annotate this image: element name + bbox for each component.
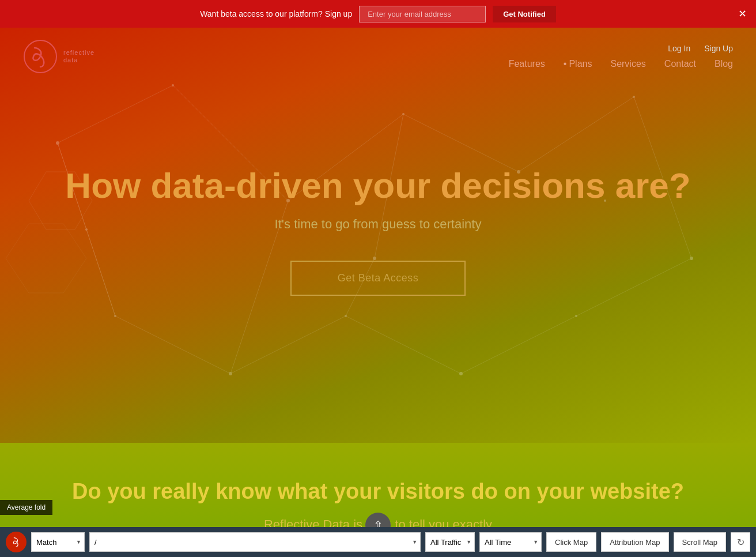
nav-contact[interactable]: Contact — [664, 59, 696, 69]
time-select-wrapper[interactable]: All Time Last 7 Days Last 30 Days Last 9… — [479, 532, 542, 552]
nav-features[interactable]: Features — [509, 59, 545, 69]
scroll-map-button[interactable]: Scroll Map — [674, 532, 726, 552]
nav-auth: Log In Sign Up — [668, 44, 733, 53]
hero-title: How data-driven your decisions are? — [0, 166, 756, 205]
toolbar-logo-icon — [10, 536, 22, 548]
traffic-select-wrapper[interactable]: All Traffic Organic Direct Referral Soci… — [425, 532, 475, 552]
match-select[interactable]: Match Exact Contains Starts with — [31, 532, 85, 552]
refresh-button[interactable]: ↻ — [731, 532, 750, 552]
match-select-wrapper[interactable]: Match Exact Contains Starts with — [31, 532, 85, 552]
logo[interactable]: reflective data — [23, 39, 94, 74]
logo-icon — [23, 39, 58, 74]
get-notified-button[interactable]: Get Notified — [493, 6, 556, 22]
attribution-map-button[interactable]: Attribution Map — [601, 532, 668, 552]
nav-services[interactable]: Services — [610, 59, 645, 69]
average-fold-badge: Average fold — [0, 500, 52, 515]
svg-line-24 — [346, 316, 461, 374]
nav-right: Log In Sign Up Features Plans Services C… — [509, 44, 733, 69]
refresh-icon: ↻ — [737, 537, 744, 548]
banner-email-input[interactable] — [359, 6, 486, 22]
banner-close-button[interactable]: ✕ — [738, 7, 747, 20]
nav-links: Features Plans Services Contact Blog — [509, 59, 733, 69]
nav-plans[interactable]: Plans — [564, 59, 592, 69]
banner-text: Want beta access to our platform? Sign u… — [200, 9, 352, 18]
traffic-select[interactable]: All Traffic Organic Direct Referral Soci… — [425, 532, 475, 552]
hero-content: How data-driven your decisions are? It's… — [0, 74, 756, 296]
top-banner: Want beta access to our platform? Sign u… — [0, 0, 756, 28]
login-link[interactable]: Log In — [668, 44, 690, 53]
svg-line-23 — [230, 316, 346, 374]
logo-text: reflective data — [63, 49, 94, 64]
bottom-toolbar: Match Exact Contains Starts with / All T… — [0, 527, 756, 557]
time-select[interactable]: All Time Last 7 Days Last 30 Days Last 9… — [479, 532, 542, 552]
svg-line-25 — [461, 316, 576, 374]
signup-link[interactable]: Sign Up — [704, 44, 733, 53]
hero-section: reflective data Log In Sign Up Features … — [0, 28, 756, 443]
hero-subtitle: It's time to go from guess to certainty — [0, 217, 756, 232]
hero-cta-button[interactable]: Get Beta Access — [290, 261, 466, 296]
navigation: reflective data Log In Sign Up Features … — [0, 28, 756, 74]
path-select[interactable]: / — [89, 532, 421, 552]
svg-line-22 — [115, 316, 230, 374]
lower-title: Do you really know what your visitors do… — [23, 477, 733, 506]
path-input-wrapper[interactable]: / — [89, 532, 421, 552]
click-map-button[interactable]: Click Map — [546, 532, 596, 552]
toolbar-logo — [6, 532, 27, 552]
nav-blog[interactable]: Blog — [715, 59, 733, 69]
